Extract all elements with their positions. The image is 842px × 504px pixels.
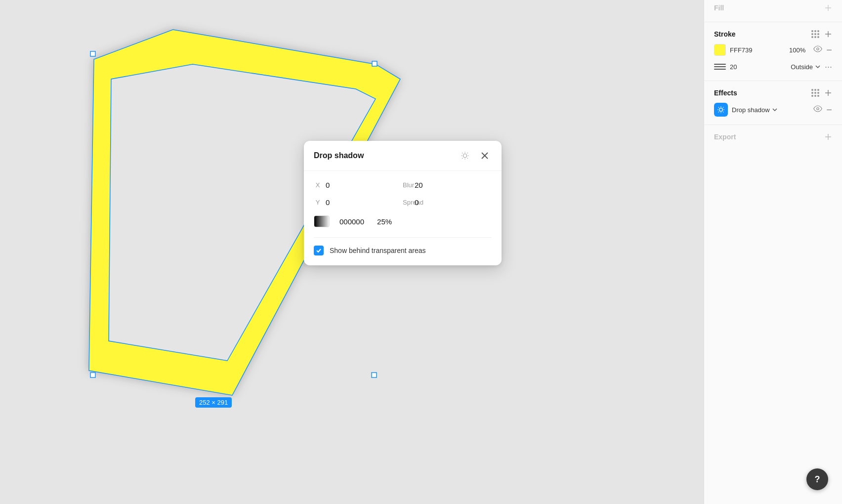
grid-dots-icon (811, 30, 819, 38)
effects-title: Effects (714, 89, 737, 97)
opacity-value[interactable]: 25% (377, 217, 392, 226)
stroke-color-item: FFF739 100% − (714, 44, 832, 56)
blur-value[interactable]: 20 (415, 181, 429, 189)
stroke-position-select[interactable]: Outside (791, 63, 821, 71)
checkbox-row: Show behind transparent areas (314, 237, 492, 255)
stroke-opacity: 100% (789, 46, 805, 54)
drop-shadow-popup: Drop shadow (304, 141, 502, 265)
effects-grid-dots (811, 89, 819, 97)
svg-line-26 (723, 107, 723, 108)
export-title: Export (714, 133, 736, 141)
effects-header: Effects (714, 89, 832, 97)
stroke-grid-icon[interactable] (811, 30, 819, 38)
stroke-add-icon[interactable] (824, 30, 832, 38)
svg-point-27 (817, 108, 819, 110)
handle-tl[interactable] (90, 51, 95, 56)
spread-field-group: Spread 0 (403, 198, 492, 207)
stroke-hex: FFF739 (730, 46, 785, 54)
color-group: 000000 25% (314, 215, 492, 227)
handle-tr[interactable] (372, 61, 377, 66)
canvas-area: 252 × 291 Drop shadow (0, 0, 704, 504)
y-label: Y (314, 199, 322, 206)
popup-close-icon[interactable] (478, 149, 492, 163)
effect-sun-icon[interactable] (714, 103, 728, 117)
svg-line-25 (718, 112, 719, 112)
stroke-visibility-icon[interactable] (813, 44, 822, 55)
fill-header: Fill (714, 4, 832, 12)
y-field-group: Y 0 (314, 198, 403, 207)
popup-sun-icon[interactable] (458, 149, 472, 163)
help-button[interactable]: ? (806, 468, 828, 490)
export-header: Export (714, 133, 832, 141)
svg-line-8 (467, 153, 468, 153)
y-spread-row: Y 0 Spread 0 (314, 198, 492, 207)
stroke-width-item: 20 Outside ··· (714, 61, 832, 73)
effects-section: Effects (704, 81, 842, 125)
svg-line-6 (467, 158, 468, 159)
stroke-more-icon[interactable]: ··· (825, 62, 832, 72)
spread-value[interactable]: 0 (415, 198, 429, 207)
show-behind-checkbox[interactable] (314, 246, 324, 255)
svg-line-24 (723, 112, 723, 112)
handle-br[interactable] (372, 373, 377, 378)
svg-line-23 (718, 107, 719, 108)
stroke-header-icons (811, 30, 832, 38)
svg-point-0 (463, 154, 467, 158)
popup-header-actions (458, 149, 492, 163)
x-field-group: X 0 (314, 181, 403, 189)
stroke-position-label: Outside (791, 63, 813, 71)
chevron-down-icon (815, 64, 821, 70)
svg-point-15 (817, 48, 819, 50)
svg-point-18 (719, 108, 723, 112)
stroke-header: Stroke (714, 30, 832, 38)
svg-line-5 (462, 153, 463, 153)
effect-chevron-down-icon (772, 107, 778, 113)
x-label: X (314, 181, 322, 189)
handle-bl[interactable] (90, 373, 95, 378)
blur-field-group: Blur 20 (403, 181, 492, 189)
effect-item: Drop shadow − (714, 103, 832, 117)
x-value[interactable]: 0 (326, 181, 340, 189)
popup-title: Drop shadow (314, 151, 364, 160)
stroke-color-swatch[interactable] (714, 44, 726, 56)
stroke-remove-icon[interactable]: − (826, 44, 832, 56)
color-hex[interactable]: 000000 (339, 217, 364, 226)
popup-body: X 0 Blur 20 Y 0 Spread 0 (304, 171, 502, 265)
color-opacity-row: 000000 25% (314, 215, 492, 227)
checkbox-label: Show behind transparent areas (330, 247, 426, 254)
fill-title: Fill (714, 4, 724, 12)
effect-name-btn[interactable]: Drop shadow (732, 106, 809, 114)
effect-name-label: Drop shadow (732, 106, 770, 114)
export-section: Export (704, 125, 842, 149)
export-add-icon[interactable] (824, 133, 832, 141)
stroke-width-value[interactable]: 20 (730, 63, 787, 71)
stroke-title: Stroke (714, 30, 736, 38)
stroke-lines-icon (714, 61, 726, 73)
effects-grid-icon[interactable] (811, 89, 819, 97)
x-blur-row: X 0 Blur 20 (314, 181, 492, 189)
fill-add-icon[interactable] (824, 4, 832, 12)
effects-header-icons (811, 89, 832, 97)
stroke-section: Stroke FFF739 (704, 22, 842, 81)
popup-header: Drop shadow (304, 141, 502, 171)
effect-remove-icon[interactable]: − (826, 104, 832, 116)
fill-section: Fill (704, 0, 842, 22)
effect-visibility-icon[interactable] (813, 104, 822, 115)
color-swatch[interactable] (314, 215, 330, 227)
svg-line-7 (462, 158, 463, 159)
y-value[interactable]: 0 (326, 198, 340, 207)
spread-label: Spread (403, 199, 411, 206)
effects-add-icon[interactable] (824, 89, 832, 97)
right-panel: Fill Stroke (704, 0, 842, 504)
blur-label: Blur (403, 181, 411, 189)
size-label: 252 × 291 (195, 397, 232, 408)
